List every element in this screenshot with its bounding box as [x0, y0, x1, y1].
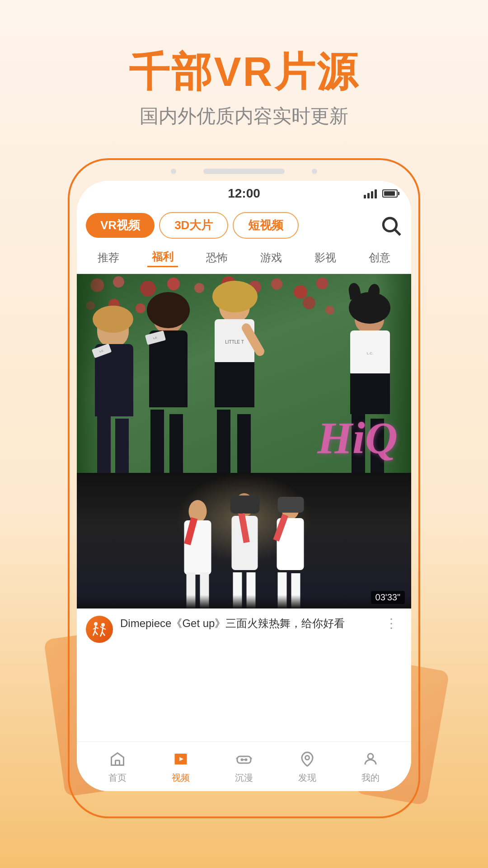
cat-creative[interactable]: 创意 — [364, 249, 395, 267]
tab-3d-movie[interactable]: 3D大片 — [159, 212, 228, 239]
svg-line-13 — [103, 628, 106, 629]
dancer-icon — [90, 620, 108, 638]
girl-1: L.C. — [86, 301, 145, 473]
clock: 12:00 — [228, 186, 260, 201]
girl-3: LITTLE T — [201, 283, 269, 473]
hero-title: 千部VR片源 — [0, 50, 488, 94]
tab-short-video[interactable]: 短视频 — [233, 212, 299, 239]
nav-vr[interactable]: 沉漫 — [212, 749, 276, 784]
vr-icon — [236, 751, 252, 767]
status-bar: 12:00 — [77, 181, 411, 206]
hero-section: 千部VR片源 国内外优质内容实时更新 — [0, 0, 488, 147]
nav-home-label: 首页 — [108, 772, 127, 784]
svg-line-11 — [102, 632, 105, 636]
video-info-row: Dimepiece《Get up》三面火辣热舞，给你好看 ⋮ — [77, 609, 411, 650]
battery-icon — [382, 189, 398, 198]
video-icon — [173, 751, 189, 767]
cat-movies[interactable]: 影视 — [310, 249, 341, 267]
bottom-navigation: 首页 视频 — [77, 741, 411, 791]
channel-avatar — [86, 616, 113, 643]
tab-bar: VR视频 3D大片 短视频 — [77, 206, 411, 243]
svg-rect-14 — [116, 760, 120, 765]
hiq-logo: HiQ — [317, 412, 398, 464]
svg-point-0 — [383, 218, 396, 231]
nav-home[interactable]: 首页 — [86, 749, 149, 784]
nav-profile[interactable]: 我的 — [339, 749, 402, 784]
cat-recommend[interactable]: 推荐 — [93, 249, 124, 267]
nav-vr-label: 沉漫 — [235, 772, 253, 784]
cat-horror[interactable]: 恐怖 — [202, 249, 232, 267]
svg-line-5 — [95, 631, 98, 635]
phone-top-area — [154, 163, 334, 180]
profile-icon — [362, 751, 379, 767]
phone-screen: 12:00 VR视频 3D大片 短视频 — [77, 181, 411, 791]
cat-welfare[interactable]: 福利 — [147, 248, 178, 267]
video-thumbnail[interactable]: 03'33" — [77, 473, 411, 609]
cat-games[interactable]: 游戏 — [256, 249, 286, 267]
svg-line-7 — [96, 627, 99, 628]
signal-icon — [364, 189, 377, 198]
video-list-item[interactable]: 03'33" — [77, 473, 411, 650]
phone-mockup: 12:00 VR视频 3D大片 短视频 — [68, 158, 420, 818]
video-title: Dimepiece《Get up》三面火辣热舞，给你好看 — [120, 616, 373, 631]
video-duration: 03'33" — [371, 591, 405, 604]
nav-discover[interactable]: 发现 — [276, 749, 339, 784]
svg-line-4 — [93, 631, 95, 636]
girl-2: L.C. — [138, 292, 201, 473]
svg-point-2 — [94, 622, 98, 626]
nav-video-label: 视频 — [172, 772, 190, 784]
more-button[interactable]: ⋮ — [380, 616, 402, 631]
svg-point-8 — [101, 623, 105, 627]
home-icon — [109, 751, 126, 767]
nav-discover-label: 发现 — [298, 772, 316, 784]
svg-line-10 — [100, 632, 102, 637]
phone-speaker — [203, 169, 285, 174]
hero-banner[interactable]: L.C. L.C. LITTLE T — [77, 274, 411, 473]
svg-point-20 — [368, 754, 373, 759]
hero-subtitle: 国内外优质内容实时更新 — [0, 104, 488, 129]
search-icon — [380, 214, 402, 237]
category-nav: 推荐 福利 恐怖 游戏 影视 创意 — [77, 243, 411, 274]
svg-point-19 — [305, 756, 310, 760]
phone-sensor-dot — [312, 169, 317, 174]
discover-icon — [299, 751, 315, 767]
svg-line-1 — [395, 230, 400, 235]
nav-video[interactable]: 视频 — [149, 749, 212, 784]
video-meta: Dimepiece《Get up》三面火辣热舞，给你好看 — [120, 616, 373, 631]
tab-vr-video[interactable]: VR视频 — [86, 213, 155, 238]
svg-point-16 — [241, 759, 244, 761]
search-button[interactable] — [380, 214, 402, 237]
nav-profile-label: 我的 — [361, 772, 380, 784]
phone-camera-dot — [171, 169, 176, 174]
svg-point-17 — [245, 759, 248, 761]
status-icons — [364, 189, 398, 198]
